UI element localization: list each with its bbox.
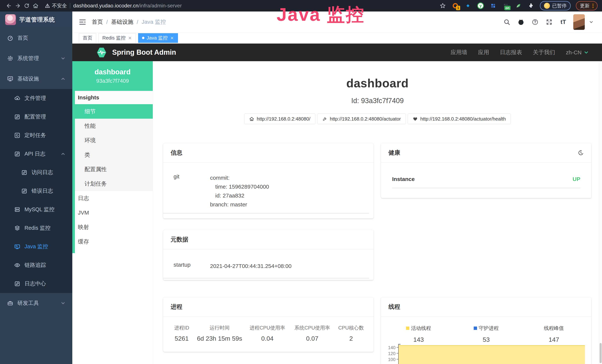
y-tick-120: 120 <box>381 351 396 356</box>
metadata-row-startup: startup 2021-04-27T00:44:31.254+08:00 <box>163 249 369 278</box>
extension-icon-grid[interactable] <box>489 2 497 10</box>
app-logo-row[interactable]: 芋道管理系统 <box>0 11 72 28</box>
sidebar-item-scheduled[interactable]: 计划任务 <box>72 177 153 191</box>
back-button[interactable] <box>4 1 13 10</box>
sidebar-item-error-log[interactable]: 错误日志 <box>0 182 72 200</box>
home-button[interactable] <box>31 1 40 10</box>
sidebar-item-caches[interactable]: 缓存 <box>72 234 153 249</box>
sidebar-item-java-monitor[interactable]: Java 监控 <box>0 237 72 256</box>
avatar-caret-icon[interactable] <box>589 20 594 24</box>
health-instance-label: Instance <box>392 176 415 182</box>
sba-brand[interactable]: Spring Boot Admin <box>96 46 176 59</box>
sba-logo-icon <box>96 46 108 59</box>
sidebar-item-environment[interactable]: 环境 <box>72 133 153 148</box>
sidebar-item-jvm[interactable]: JVM <box>72 205 153 220</box>
extension-icon-pin[interactable] <box>464 2 472 10</box>
sidebar-item-logs[interactable]: 日志 <box>72 191 153 205</box>
extension-icon-y[interactable]: y <box>477 2 484 10</box>
scrollbar-thumb[interactable] <box>600 343 602 363</box>
address-bar[interactable]: 不安全 dashboard.yudao.iocoder.cn/infra/adm… <box>45 2 182 9</box>
extension-icon-orange[interactable]: 1 <box>452 2 459 10</box>
nav-link-about[interactable]: 关于我们 <box>533 49 555 56</box>
y-tick-100: 100 <box>381 357 396 362</box>
process-column-headers: 进程ID 运行时间 进程CPU使用率 系统CPU使用率 CPU核心数 <box>163 324 374 331</box>
card-health: 健康 Instance UP <box>381 143 591 198</box>
sba-body: dashboard 93a3fc7f7409 Insights 细节 性能 环境… <box>72 61 602 364</box>
actuator-url-button[interactable]: http://192.168.0.2:48080/actuator <box>317 114 406 124</box>
health-url-button[interactable]: http://192.168.0.2:48080/actuator/health <box>408 114 511 124</box>
close-icon[interactable] <box>170 36 174 40</box>
sidebar-item-trace[interactable]: 链路追踪 <box>0 256 72 274</box>
instance-id: 93a3fc7f7409 <box>96 78 129 84</box>
cloud-upload-icon <box>14 95 20 101</box>
health-row-instance[interactable]: Instance UP <box>392 163 580 188</box>
search-icon[interactable] <box>503 18 511 26</box>
service-url-button[interactable]: http://192.168.0.2:48080/ <box>244 114 315 124</box>
reload-button[interactable] <box>22 1 31 10</box>
help-icon[interactable] <box>531 18 539 26</box>
eye-icon <box>14 262 20 268</box>
nav-link-journal[interactable]: 日志报表 <box>500 49 522 56</box>
font-size-icon[interactable]: tT <box>559 18 567 26</box>
chevron-down-icon <box>583 50 589 55</box>
sidebar-item-scheduled-task[interactable]: 定时任务 <box>0 126 72 145</box>
page-subtitle-id: Id: 93a3fc7f7409 <box>153 97 602 105</box>
sidebar-item-file-manage[interactable]: 文件管理 <box>0 89 72 107</box>
paused-badge[interactable]: 已暂停 <box>540 1 571 11</box>
kebab-menu-icon[interactable] <box>592 4 593 8</box>
tab-redis-monitor[interactable]: Redis 监控 <box>98 33 136 43</box>
emoji-icon <box>544 3 550 9</box>
card-metadata-title: 元数据 <box>171 236 188 244</box>
sidebar-item-mappings[interactable]: 映射 <box>72 220 153 234</box>
sidebar-item-redis-monitor[interactable]: Redis 监控 <box>0 219 72 237</box>
close-icon[interactable] <box>128 36 132 40</box>
sidebar-item-metrics[interactable]: 性能 <box>72 119 153 133</box>
nav-link-wallboard[interactable]: 应用墙 <box>451 49 467 56</box>
sidebar-item-log-center[interactable]: 日志中心 <box>0 274 72 293</box>
extension-icon-leaf[interactable] <box>515 2 522 10</box>
breadcrumb-infra[interactable]: 基础设施 <box>111 18 133 26</box>
breadcrumb-home[interactable]: 首页 <box>92 18 103 26</box>
tab-java-monitor[interactable]: Java 监控 <box>138 33 178 43</box>
sidebar-item-access-log[interactable]: 访问日志 <box>0 163 72 182</box>
extension-badge: 1 <box>456 6 460 10</box>
sidebar-item-api-log[interactable]: API 日志 <box>0 145 72 163</box>
github-icon[interactable] <box>517 18 525 26</box>
live-threads-area <box>399 345 585 364</box>
url-separator <box>70 3 70 9</box>
sidebar-item-dev-tools[interactable]: 研发工具 <box>0 293 72 313</box>
sidebar-item-home[interactable]: 首页 <box>0 28 72 48</box>
sidebar-item-infra[interactable]: 基础设施 <box>0 69 72 89</box>
app-logo-avatar <box>5 14 16 25</box>
legend-peak-threads: 线程峰值 147 <box>520 325 588 343</box>
card-metadata: 元数据 startup 2021-04-27T00:44:31.254+08:0… <box>163 230 374 280</box>
sidebar-item-config-props[interactable]: 配置属性 <box>72 162 153 177</box>
process-values: 5261 6d 23h 15m 59s 0.04 0.07 2 <box>163 335 374 342</box>
home-icon <box>249 117 254 121</box>
bookmark-star-icon[interactable] <box>439 2 446 10</box>
tab-home[interactable]: 首页 <box>79 33 96 43</box>
history-icon[interactable] <box>578 150 584 156</box>
card-info: 信息 git commit: time: 1596289704000 id: 2… <box>163 143 374 218</box>
sidebar-item-mysql-monitor[interactable]: MySQL 监控 <box>0 200 72 219</box>
instance-name: dashboard <box>95 68 130 76</box>
locale-select[interactable]: zh-CN <box>566 49 589 56</box>
update-button[interactable]: 更新 <box>576 1 598 11</box>
extension-icon-on[interactable]: on <box>502 2 509 10</box>
collapse-sidebar-button[interactable] <box>79 18 86 26</box>
user-avatar[interactable] <box>573 14 585 30</box>
card-process: 进程 进程ID 运行时间 进程CPU使用率 系统CPU使用率 CPU核心数 52… <box>163 297 374 352</box>
forward-button[interactable] <box>13 1 22 10</box>
url-path: /infra/admin-server <box>139 3 182 9</box>
nav-link-applications[interactable]: 应用 <box>478 49 489 56</box>
sidebar-item-details[interactable]: 细节 <box>72 104 153 119</box>
server-icon <box>14 206 20 213</box>
instance-header[interactable]: dashboard 93a3fc7f7409 <box>72 61 153 91</box>
sidebar-item-classes[interactable]: 类 <box>72 148 153 162</box>
fullscreen-icon[interactable] <box>545 18 553 26</box>
sidebar-item-system[interactable]: 系统管理 <box>0 48 72 69</box>
iframe-scrollbar <box>599 61 602 364</box>
process-uptime: 6d 23h 15m 59s <box>195 335 245 342</box>
sidebar-item-config-manage[interactable]: 配置管理 <box>0 107 72 126</box>
extension-icon-puzzle[interactable] <box>527 2 535 10</box>
